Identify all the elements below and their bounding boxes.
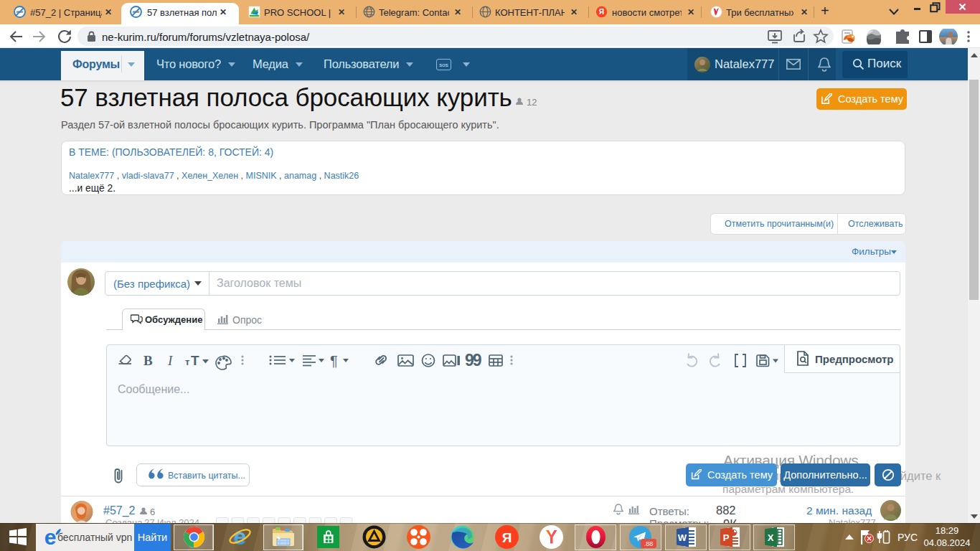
- svg-text:e: e: [234, 525, 247, 549]
- svg-text:W: W: [678, 532, 687, 543]
- svg-text:Я: Я: [599, 8, 604, 16]
- svg-text:X: X: [768, 532, 774, 543]
- svg-text:Я: Я: [502, 530, 512, 545]
- svg-text:I: I: [167, 353, 174, 368]
- svg-text:99: 99: [465, 351, 481, 369]
- svg-text:e: e: [44, 526, 57, 549]
- svg-text:T: T: [191, 353, 199, 368]
- svg-text:B: B: [143, 353, 153, 368]
- svg-text:P: P: [723, 532, 730, 543]
- svg-text:т: т: [185, 357, 189, 367]
- svg-text:¶: ¶: [330, 353, 338, 369]
